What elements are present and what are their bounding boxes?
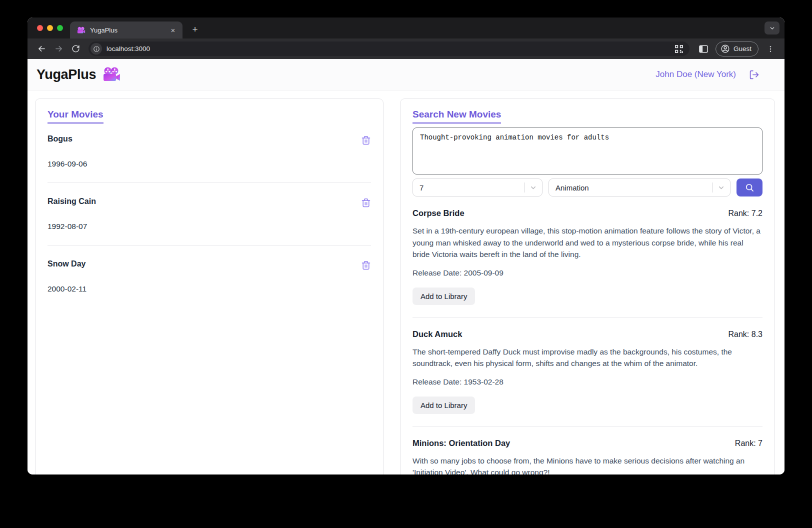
qr-code-button[interactable]	[672, 42, 686, 56]
genre-filter-value: Animation	[556, 184, 712, 192]
result-description: With so many jobs to choose from, the Mi…	[412, 455, 762, 475]
address-bar[interactable]: localhost:3000	[88, 42, 690, 56]
tab-close-icon[interactable]: ×	[168, 26, 178, 34]
browser-menu-button[interactable]	[764, 42, 778, 56]
add-to-library-button[interactable]: Add to Library	[412, 396, 475, 414]
library-movie-row: Snow Day 2000-02-11	[48, 246, 371, 308]
result-release-date: Release Date: 1953-02-28	[412, 378, 762, 386]
window-controls	[37, 25, 63, 31]
forward-arrow-icon	[54, 44, 64, 54]
forward-button[interactable]	[52, 42, 66, 56]
tab-search-button[interactable]	[764, 22, 780, 34]
movie-release-date: 1996-09-06	[48, 160, 371, 168]
search-result: Minions: Orientation Day Rank: 7 With so…	[412, 426, 762, 475]
browser-tab[interactable]: YugaPlus ×	[70, 22, 182, 38]
side-panel-button[interactable]	[696, 42, 710, 56]
result-title: Minions: Orientation Day	[412, 438, 510, 448]
new-tab-button[interactable]: +	[188, 23, 202, 36]
guest-avatar-icon	[720, 44, 730, 54]
movie-release-date: 2000-02-11	[48, 284, 371, 294]
window-zoom-button[interactable]	[57, 25, 63, 31]
page-body: YugaPlus	[28, 59, 784, 474]
trash-icon	[361, 136, 371, 146]
browser-toolbar: localhost:3000	[28, 38, 784, 59]
result-rank: Rank: 7	[735, 439, 762, 448]
movie-release-date: 1992-08-07	[48, 222, 371, 231]
info-icon	[93, 46, 100, 52]
reload-icon	[72, 44, 80, 53]
back-button[interactable]	[34, 42, 48, 56]
result-description: Set in a 19th-century european village, …	[412, 225, 762, 260]
qr-code-icon	[675, 45, 683, 53]
search-result: Corpse Bride Rank: 7.2 Set in a 19th-cen…	[412, 196, 762, 318]
window-close-button[interactable]	[37, 25, 43, 31]
result-title: Corpse Bride	[412, 208, 464, 218]
your-movies-panel: Your Movies Bogus 1996-09-06 Raising Ca	[35, 98, 384, 474]
result-description: The short-tempered Daffy Duck must impro…	[412, 346, 762, 370]
result-rank: Rank: 8.3	[728, 330, 762, 339]
profile-label: Guest	[734, 45, 752, 52]
profile-button[interactable]: Guest	[716, 42, 758, 56]
movie-title: Raising Cain	[48, 197, 96, 206]
side-panel-icon	[699, 45, 708, 53]
search-submit-button[interactable]	[736, 178, 762, 196]
delete-movie-button[interactable]	[361, 136, 371, 146]
result-title: Duck Amuck	[412, 330, 462, 339]
logout-icon	[749, 70, 760, 80]
genre-filter-select[interactable]: Animation	[548, 178, 730, 196]
window-minimize-button[interactable]	[47, 25, 53, 31]
tab-favicon-movie-camera-icon	[77, 26, 86, 34]
kebab-menu-icon	[766, 45, 774, 53]
tab-title: YugaPlus	[90, 26, 168, 34]
trash-icon	[361, 198, 371, 208]
delete-movie-button[interactable]	[361, 260, 371, 270]
trash-icon	[361, 260, 371, 270]
movie-title: Bogus	[48, 134, 72, 144]
site-header: YugaPlus	[28, 59, 784, 90]
library-movie-row: Bogus 1996-09-06	[48, 124, 371, 183]
delete-movie-button[interactable]	[361, 198, 371, 208]
logout-button[interactable]	[749, 70, 760, 80]
site-info-button[interactable]	[90, 43, 102, 54]
your-movies-title: Your Movies	[48, 109, 104, 124]
user-name-label: John Doe (New York)	[656, 70, 736, 80]
browser-tab-strip: YugaPlus × +	[28, 18, 784, 38]
movie-title: Snow Day	[48, 260, 86, 268]
back-arrow-icon	[37, 44, 46, 54]
search-icon	[744, 182, 754, 192]
result-rank: Rank: 7.2	[728, 209, 762, 218]
chevron-down-icon	[769, 25, 776, 32]
url-text[interactable]: localhost:3000	[106, 45, 672, 52]
reload-button[interactable]	[68, 42, 82, 56]
chevron-down-icon	[718, 184, 725, 192]
search-result: Duck Amuck Rank: 8.3 The short-tempered …	[412, 318, 762, 426]
movie-camera-icon	[102, 67, 121, 82]
result-release-date: Release Date: 2005-09-09	[412, 268, 762, 278]
search-filters-row: 7 Animation	[412, 178, 762, 196]
browser-window: YugaPlus × +	[28, 18, 784, 474]
library-movie-row: Raising Cain 1992-08-07	[48, 183, 371, 246]
add-to-library-button[interactable]: Add to Library	[412, 288, 475, 305]
number-filter-value: 7	[420, 184, 524, 192]
chevron-down-icon	[530, 184, 537, 192]
brand-title: YugaPlus	[36, 67, 96, 82]
desktop-background: YugaPlus × +	[0, 0, 812, 528]
search-movies-title: Search New Movies	[412, 109, 501, 124]
main-content: Your Movies Bogus 1996-09-06 Raising Ca	[28, 90, 784, 474]
search-movies-panel: Search New Movies Thought-provoking anim…	[400, 98, 775, 474]
search-query-input[interactable]: Thought-provoking animation movies for a…	[412, 128, 762, 174]
number-filter-select[interactable]: 7	[412, 178, 542, 196]
